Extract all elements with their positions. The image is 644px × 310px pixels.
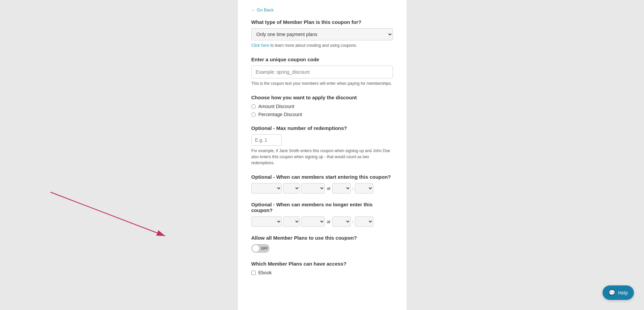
coupon-code-helper: This is the coupon text your members wil… [251,80,393,87]
start-minute-select[interactable] [355,183,373,194]
help-icon: 💬 [609,289,615,296]
page-wrapper: ← Go Back What type of Member Plan is th… [0,0,644,310]
max-redemptions-helper: For example, if Jane Smith enters this c… [251,148,393,166]
start-month-select[interactable]: JanFebMar AprMayJun JulAugSep OctNovDec [251,183,282,194]
help-label: Help [618,290,628,296]
discount-type-section: Choose how you want to apply the discoun… [251,95,393,117]
allow-all-plans-toggle[interactable]: OFF [251,244,270,253]
end-at-label: at [327,219,331,224]
start-date-label: Optional - When can members start enteri… [251,174,393,180]
max-redemptions-input[interactable] [252,135,275,145]
toggle-thumb [252,245,259,252]
end-minute-select[interactable] [355,216,373,227]
amount-discount-radio[interactable] [251,104,256,109]
end-date-label: Optional - When can members no longer en… [251,202,393,213]
coupon-code-section: Enter a unique coupon code This is the c… [251,57,393,87]
start-day-select[interactable] [283,183,300,194]
max-redemptions-label: Optional - Max number of redemptions? [251,125,393,131]
which-plans-label: Which Member Plans can have access? [251,261,393,267]
amount-discount-label: Amount Discount [258,104,295,109]
svg-line-1 [51,192,165,236]
click-here-link[interactable]: Click here [251,43,269,48]
plans-checkbox-group: Ebook [251,270,393,275]
main-content: ← Go Back What type of Member Plan is th… [238,0,406,310]
max-redemptions-spinner [251,134,282,146]
amount-discount-option[interactable]: Amount Discount [251,104,393,109]
end-date-section: Optional - When can members no longer en… [251,202,393,227]
member-plan-type-select[interactable]: Only one time payment plans Only recurri… [251,28,393,40]
end-month-select[interactable]: JanFebMar AprMayJun JulAugSep OctNovDec [251,216,282,227]
arrow-annotation [0,182,189,249]
max-redemptions-section: Optional - Max number of redemptions? Fo… [251,125,393,166]
end-day-select[interactable] [283,216,300,227]
percentage-discount-label: Percentage Discount [258,112,302,117]
which-plans-section: Which Member Plans can have access? Eboo… [251,261,393,275]
coupon-code-label: Enter a unique coupon code [251,57,393,62]
start-date-section: Optional - When can members start enteri… [251,174,393,194]
toggle-track: OFF [251,244,270,253]
start-at-label: at [327,186,331,191]
ebook-plan-checkbox[interactable] [251,271,256,275]
start-year-select[interactable] [301,183,325,194]
start-colon-label: : [352,186,354,191]
allow-all-plans-section: Allow all Member Plans to use this coupo… [251,235,393,253]
end-date-row: JanFebMar AprMayJun JulAugSep OctNovDec … [251,216,393,227]
help-button[interactable]: 💬 Help [603,285,634,300]
end-year-select[interactable] [301,216,325,227]
end-hour-select[interactable] [332,216,351,227]
allow-all-plans-toggle-row: OFF [251,244,393,253]
toggle-off-label: OFF [261,247,268,250]
member-plan-type-label: What type of Member Plan is this coupon … [251,19,393,25]
start-date-row: JanFebMar AprMayJun JulAugSep OctNovDec … [251,183,393,194]
start-hour-select[interactable] [332,183,351,194]
go-back-link[interactable]: ← Go Back [251,7,274,12]
member-plan-type-section: What type of Member Plan is this coupon … [251,19,393,48]
percentage-discount-option[interactable]: Percentage Discount [251,112,393,117]
percentage-discount-radio[interactable] [251,112,256,117]
allow-all-plans-label: Allow all Member Plans to use this coupo… [251,235,393,241]
ebook-plan-label: Ebook [258,270,272,275]
end-colon-label: : [352,219,354,224]
coupon-code-input[interactable] [251,66,393,78]
ebook-plan-option[interactable]: Ebook [251,270,393,275]
discount-type-radio-group: Amount Discount Percentage Discount [251,104,393,117]
discount-type-label: Choose how you want to apply the discoun… [251,95,393,100]
click-here-info: Click here to learn more about creating … [251,42,393,48]
